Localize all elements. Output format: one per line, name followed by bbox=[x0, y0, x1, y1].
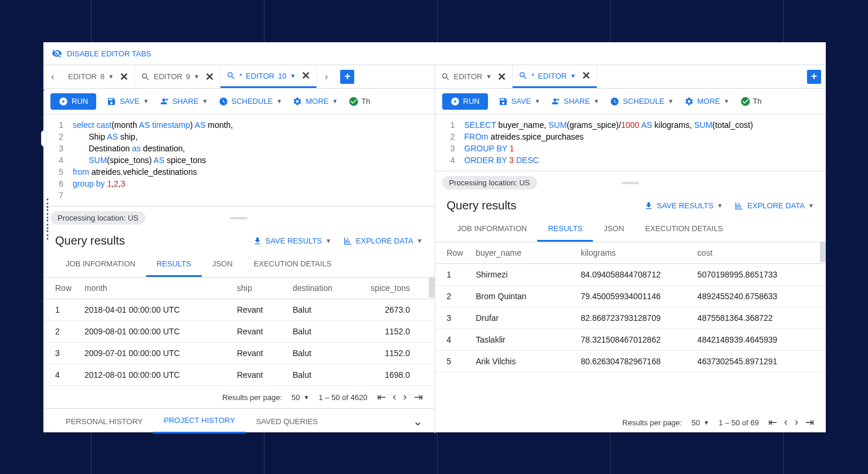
run-button[interactable]: RUN bbox=[50, 93, 96, 110]
tab-execution[interactable]: EXECUTION DETAILS bbox=[635, 217, 734, 242]
share-button[interactable]: SHARE ▼ bbox=[160, 97, 208, 106]
tab-scroll-left-button[interactable]: ‹ bbox=[43, 65, 62, 88]
sql-editor[interactable]: 1234 SELECT buyer_name, SUM(grams_spice)… bbox=[435, 114, 826, 171]
more-vertical-icon[interactable]: ⋮ bbox=[42, 231, 53, 238]
more-button[interactable]: MORE ▼ bbox=[293, 97, 338, 106]
disable-editor-tabs-button[interactable]: DISABLE EDITOR TABS bbox=[43, 42, 826, 65]
save-icon bbox=[107, 97, 116, 106]
add-tab-button[interactable]: + bbox=[807, 70, 821, 84]
share-button[interactable]: SHARE ▼ bbox=[551, 97, 599, 106]
results-header: Query results SAVE RESULTS ▼ EXPLORE DAT… bbox=[435, 194, 826, 217]
expand-button[interactable]: ⌄ bbox=[413, 414, 423, 428]
tab-results[interactable]: RESULTS bbox=[537, 217, 593, 242]
tab-personal-history[interactable]: PERSONAL HISTORY bbox=[55, 410, 153, 433]
scrollbar[interactable] bbox=[820, 242, 826, 262]
chevron-down-icon[interactable]: ▼ bbox=[570, 73, 576, 79]
tab-job-info[interactable]: JOB INFORMATION bbox=[55, 252, 146, 277]
table-row[interactable]: 42012-08-01 00:00:00 UTCRevantBalut1698.… bbox=[43, 364, 435, 386]
last-page-button[interactable]: ⇥ bbox=[805, 416, 814, 429]
gear-icon bbox=[684, 97, 694, 106]
play-icon bbox=[450, 97, 460, 106]
prev-page-button[interactable]: ‹ bbox=[784, 416, 788, 429]
prev-page-button[interactable]: ‹ bbox=[393, 391, 396, 404]
query-toolbar: RUN SAVE ▼ SHARE ▼ SCHEDULE ▼ bbox=[43, 89, 435, 114]
download-icon bbox=[644, 201, 653, 211]
save-results-button[interactable]: SAVE RESULTS ▼ bbox=[644, 201, 723, 211]
editor-tab-bar: ‹ EDITOR 8 ▼ ✕ EDITOR 9 ▼ ✕ * EDI bbox=[43, 65, 435, 89]
close-icon[interactable]: ✕ bbox=[205, 70, 214, 83]
save-button[interactable]: SAVE ▼ bbox=[499, 97, 541, 106]
next-page-button[interactable]: › bbox=[795, 416, 798, 429]
sidebar-handle[interactable] bbox=[41, 130, 47, 147]
sql-editor[interactable]: 1234567 select cast(month AS timestamp) … bbox=[43, 114, 435, 206]
tab-editor-9[interactable]: EDITOR 9 ▼ ✕ bbox=[135, 65, 221, 88]
editor-tab-bar: EDITOR ▼ ✕ * EDITOR ▼ ✕ + bbox=[435, 65, 826, 89]
schedule-icon bbox=[610, 97, 619, 106]
magnify-icon bbox=[141, 72, 150, 82]
chart-icon bbox=[734, 201, 744, 211]
scrollbar[interactable] bbox=[429, 277, 435, 297]
table-row[interactable]: 22009-08-01 00:00:00 UTCRevantBalut1152.… bbox=[43, 321, 435, 343]
close-icon[interactable]: ✕ bbox=[301, 69, 310, 82]
tab-editor-unsaved[interactable]: * EDITOR ▼ ✕ bbox=[513, 65, 597, 88]
chevron-down-icon: ▼ bbox=[808, 202, 814, 209]
save-button[interactable]: SAVE ▼ bbox=[107, 97, 149, 106]
chevron-down-icon: ▼ bbox=[717, 202, 723, 209]
first-page-button[interactable]: ⇤ bbox=[768, 416, 777, 429]
run-button[interactable]: RUN bbox=[442, 93, 488, 110]
tab-execution[interactable]: EXECUTION DETAILS bbox=[243, 252, 343, 277]
tab-editor[interactable]: EDITOR ▼ ✕ bbox=[435, 65, 513, 88]
schedule-icon bbox=[219, 97, 228, 106]
chevron-down-icon[interactable]: ▼ bbox=[486, 73, 491, 80]
close-icon[interactable]: ✕ bbox=[120, 70, 128, 83]
chevron-down-icon[interactable]: ▼ bbox=[290, 73, 296, 79]
schedule-button[interactable]: SCHEDULE ▼ bbox=[219, 97, 283, 106]
chevron-down-icon: ▼ bbox=[326, 238, 331, 244]
explore-data-button[interactable]: EXPLORE DATA ▼ bbox=[734, 201, 814, 211]
tab-json[interactable]: JSON bbox=[593, 217, 635, 242]
tab-results[interactable]: RESULTS bbox=[146, 252, 202, 277]
tab-scroll-right-button[interactable]: › bbox=[317, 65, 335, 88]
table-row[interactable]: 32009-07-01 00:00:00 UTCRevantBalut1152.… bbox=[43, 343, 435, 364]
more-vertical-icon[interactable]: ⋮ bbox=[42, 199, 53, 206]
per-page-select[interactable]: 50 ▼ bbox=[691, 418, 709, 427]
explore-data-button[interactable]: EXPLORE DATA ▼ bbox=[343, 236, 423, 246]
next-page-button[interactable]: › bbox=[404, 391, 407, 404]
table-row[interactable]: 4Taslaklir78.3215084670128624842148939.4… bbox=[435, 329, 826, 351]
schedule-button[interactable]: SCHEDULE ▼ bbox=[610, 97, 674, 106]
tab-editor-8[interactable]: EDITOR 8 ▼ ✕ bbox=[62, 65, 135, 88]
per-page-select[interactable]: 50 ▼ bbox=[291, 393, 309, 402]
close-icon[interactable]: ✕ bbox=[582, 69, 591, 82]
table-header: Row month ship destination spice_tons bbox=[43, 277, 435, 299]
check-circle-icon bbox=[740, 96, 751, 107]
tab-job-info[interactable]: JOB INFORMATION bbox=[447, 217, 538, 242]
close-icon[interactable]: ✕ bbox=[497, 70, 506, 83]
gear-icon bbox=[293, 97, 302, 106]
query-toolbar: RUN SAVE ▼ SHARE ▼ SCHEDULE ▼ bbox=[435, 89, 826, 114]
table-row[interactable]: 2Brom Quintan79.450059934001146489245524… bbox=[435, 286, 826, 307]
tab-saved-queries[interactable]: SAVED QUERIES bbox=[246, 410, 328, 433]
last-page-button[interactable]: ⇥ bbox=[414, 391, 423, 404]
table-row[interactable]: 12018-04-01 00:00:00 UTCRevantBalut2673.… bbox=[43, 299, 435, 321]
tab-editor-10[interactable]: * EDITOR 10 ▼ ✕ bbox=[221, 65, 317, 88]
save-results-button[interactable]: SAVE RESULTS ▼ bbox=[253, 236, 331, 246]
save-icon bbox=[499, 97, 508, 106]
resize-handle[interactable] bbox=[230, 217, 247, 219]
chevron-down-icon[interactable]: ▼ bbox=[194, 73, 199, 80]
more-button[interactable]: MORE ▼ bbox=[684, 97, 730, 106]
tab-project-history[interactable]: PROJECT HISTORY bbox=[153, 409, 245, 434]
pagination: Results per page: 50 ▼ 1 – 50 of 4620 ⇤ … bbox=[43, 386, 435, 408]
tab-json[interactable]: JSON bbox=[202, 252, 243, 277]
resize-handle[interactable] bbox=[622, 182, 639, 184]
chevron-down-icon[interactable]: ▼ bbox=[108, 73, 114, 80]
download-icon bbox=[253, 236, 262, 246]
table-row[interactable]: 3Drufar82.8687237931287094875581364.3687… bbox=[435, 307, 826, 329]
results-table: Row month ship destination spice_tons 12… bbox=[43, 277, 435, 386]
add-tab-button[interactable]: + bbox=[340, 70, 354, 84]
magnify-icon bbox=[518, 71, 528, 80]
table-row[interactable]: 1Shirmezi84.0940588447087125070198995.86… bbox=[435, 264, 826, 286]
table-row[interactable]: 5Arik Vilchis80.626304782967168463730254… bbox=[435, 351, 826, 373]
share-icon bbox=[551, 97, 560, 106]
first-page-button[interactable]: ⇤ bbox=[377, 391, 386, 404]
right-editor-pane: EDITOR ▼ ✕ * EDITOR ▼ ✕ + RUN bbox=[435, 65, 826, 434]
